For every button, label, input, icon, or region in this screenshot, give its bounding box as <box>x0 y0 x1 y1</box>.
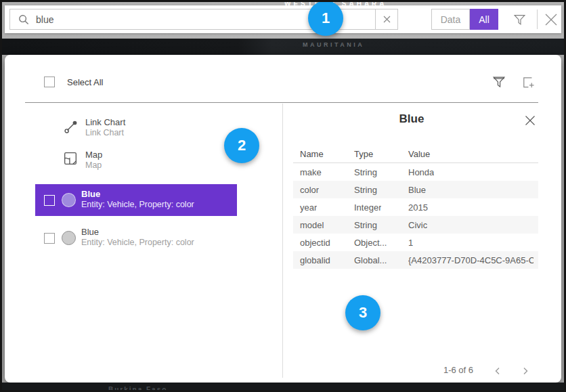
result-title: Blue <box>81 189 100 199</box>
cell-name: globalid <box>300 255 330 265</box>
cell-type: String <box>354 185 377 195</box>
cell-type: String <box>354 220 377 230</box>
filter-icon[interactable] <box>511 12 527 28</box>
select-all-label: Select All <box>67 77 103 87</box>
clear-search-button[interactable] <box>375 9 397 29</box>
cell-value: Blue <box>408 185 426 195</box>
table-row: globalid Global... {A4203777-D70D-4C5C-9… <box>293 251 538 269</box>
search-icon <box>18 14 29 25</box>
cell-type: Global... <box>354 255 387 265</box>
cell-type: Integer <box>354 202 381 213</box>
annotation-step-3: 3 <box>345 295 380 330</box>
cell-name: color <box>300 185 319 195</box>
entity-circle-icon <box>62 193 76 207</box>
close-search-icon[interactable] <box>542 12 560 28</box>
scope-option-data[interactable]: Data <box>431 9 470 30</box>
annotation-step-1: 1 <box>308 1 343 36</box>
add-selection-icon[interactable] <box>522 75 537 90</box>
annotation-step-2: 2 <box>224 128 259 163</box>
cell-name: model <box>300 220 324 230</box>
link-chart-icon <box>64 119 79 134</box>
results-filter-icon[interactable] <box>492 75 507 90</box>
result-item-blue[interactable]: Blue Entity: Vehicle, Property: color <box>35 222 237 254</box>
result-subtitle: Entity: Vehicle, Property: color <box>81 238 194 247</box>
cell-name: make <box>300 167 322 177</box>
chevron-left-icon[interactable] <box>494 364 508 378</box>
table-row: color String Blue <box>293 181 538 198</box>
select-all-checkbox[interactable] <box>44 77 55 87</box>
result-title: Link Chart <box>85 117 125 127</box>
detail-close-icon[interactable] <box>525 113 540 128</box>
table-row: objectid Object... 1 <box>293 234 538 251</box>
map-label-mauritania: MAURITANIA <box>303 41 364 48</box>
app-window: WESTERN SAHARA Data All <box>0 0 566 392</box>
result-subtitle: Link Chart <box>85 128 124 137</box>
cell-value: Honda <box>408 167 434 177</box>
scope-option-all[interactable]: All <box>470 9 498 30</box>
map-background-bottom: Burkina Faso <box>2 383 564 390</box>
chevron-right-icon[interactable] <box>521 364 536 378</box>
search-toolbar: Data All <box>5 5 561 33</box>
detail-title: Blue <box>282 112 541 126</box>
scope-toggle: Data All <box>431 9 498 30</box>
toolbar-divider <box>537 9 538 29</box>
table-row: year Integer 2015 <box>293 198 538 216</box>
map-icon <box>64 152 77 165</box>
result-title: Blue <box>81 227 99 237</box>
pagination-range-label: 1-6 of 6 <box>431 365 485 375</box>
cell-name: objectid <box>300 238 330 248</box>
table-row: model String Civic <box>293 216 538 234</box>
cell-value: {A4203777-D70D-4C5C-9A65-C... <box>408 255 534 265</box>
result-subtitle: Map <box>85 160 102 170</box>
panel-vertical-divider <box>282 104 283 378</box>
table-row: make String Honda <box>293 163 538 181</box>
result-title: Map <box>85 150 102 160</box>
map-background-dark: MAURITANIA <box>2 39 564 55</box>
cell-name: year <box>300 202 317 213</box>
search-results-panel: Select All Link Chart Link Cha <box>5 55 561 383</box>
result-checkbox[interactable] <box>44 195 55 206</box>
panel-header-divider <box>25 102 538 103</box>
cell-value: 2015 <box>408 202 428 213</box>
entity-circle-icon <box>62 231 76 245</box>
column-header-name: Name <box>300 149 324 159</box>
cell-value: 1 <box>408 238 413 248</box>
column-header-type: Type <box>354 149 373 159</box>
cell-value: Civic <box>408 220 427 230</box>
result-item-blue-selected[interactable]: Blue Entity: Vehicle, Property: color <box>35 184 237 216</box>
cell-type: Object... <box>354 238 387 248</box>
map-label-burkina-faso: Burkina Faso <box>108 386 167 390</box>
cell-type: String <box>354 167 377 177</box>
column-header-value: Value <box>408 149 430 159</box>
result-subtitle: Entity: Vehicle, Property: color <box>81 200 194 209</box>
result-checkbox[interactable] <box>44 233 55 244</box>
